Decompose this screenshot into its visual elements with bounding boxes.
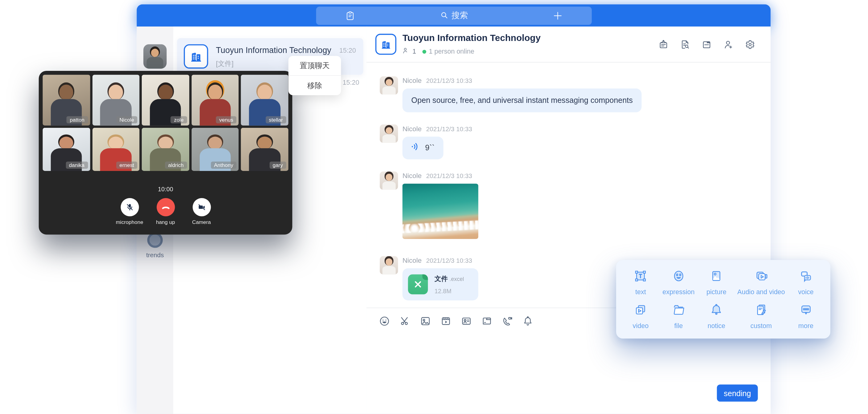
notice-bell-icon <box>709 302 724 319</box>
message-timestamp: 2021/12/3 10:33 <box>426 172 472 179</box>
participant-name: aldrich <box>165 161 187 168</box>
sender-name: Nicole <box>403 257 422 264</box>
mic-label: microphone <box>113 219 146 225</box>
online-dot <box>422 50 426 54</box>
announcement-board-icon[interactable] <box>658 39 669 52</box>
send-button[interactable]: sending <box>717 384 758 402</box>
sender-avatar[interactable] <box>380 171 398 189</box>
participant-name: Anthony <box>211 161 237 168</box>
text-bubble[interactable]: Open source, free, and universal instant… <box>403 88 642 112</box>
menu-item-pin-chat[interactable]: 置顶聊天 <box>288 56 341 75</box>
video-call-icon[interactable] <box>501 315 513 329</box>
panel-item-text[interactable]: text <box>623 265 658 299</box>
call-timer: 10:00 <box>39 186 292 193</box>
call-participant-tile: Anthony <box>191 128 239 171</box>
contact-card-icon[interactable] <box>461 315 472 329</box>
company-building-icon <box>184 44 208 69</box>
panel-item-file[interactable]: file <box>658 299 699 333</box>
panel-item-label: voice <box>798 288 813 296</box>
voice-wave-icon <box>410 142 420 154</box>
hang-up-label: hang up <box>149 219 182 225</box>
trends-label: trends <box>137 252 174 258</box>
add-member-icon[interactable] <box>723 39 733 52</box>
contact-clipboard-icon[interactable] <box>345 10 355 23</box>
folder-icon[interactable] <box>481 315 493 329</box>
call-participant-tile: ernest <box>92 128 140 171</box>
emoji-icon[interactable] <box>378 315 390 329</box>
call-participant-tile: stellar <box>241 74 288 125</box>
online-status: 1 person online <box>429 47 474 55</box>
voice-duration: 9`` <box>425 142 435 153</box>
top-bar: 搜索 <box>137 4 771 27</box>
custom-icon <box>754 302 769 319</box>
call-controls: microphone hang up Camera <box>39 198 292 225</box>
call-participant-tile: patton <box>42 74 90 125</box>
call-participant-tile: Nicole <box>92 74 140 125</box>
panel-item-label: notice <box>708 322 725 329</box>
menu-item-remove[interactable]: 移除 <box>288 75 341 95</box>
sender-avatar[interactable] <box>380 124 398 142</box>
chat-header: Tuoyun Information Technology 1 1 person… <box>367 27 771 63</box>
participant-name: Nicole <box>116 116 137 123</box>
message-type-panel: text expression picture Audio and video … <box>616 260 830 339</box>
settings-icon[interactable] <box>745 39 755 52</box>
user-avatar[interactable] <box>143 44 166 69</box>
picture-icon <box>709 269 724 286</box>
panel-item-more[interactable]: more <box>788 299 824 333</box>
chat-header-actions <box>658 39 755 52</box>
image-attachment[interactable] <box>403 184 478 239</box>
search-bar[interactable]: 搜索 <box>316 7 591 25</box>
conversation-last-message: [文件] <box>216 59 233 69</box>
sender-avatar[interactable] <box>380 256 398 274</box>
panel-item-voice[interactable]: voice <box>788 265 824 299</box>
call-participant-tile: gary <box>241 128 288 171</box>
conversation-time: 15:20 <box>343 78 360 86</box>
mic-muted-button[interactable] <box>121 198 139 216</box>
hang-up-button[interactable] <box>156 198 175 216</box>
sender-name: Nicole <box>403 172 422 180</box>
participant-name: danika <box>66 161 88 168</box>
call-participant-tile: venus <box>191 74 239 125</box>
sidebar-item-trends[interactable]: trends <box>137 232 174 258</box>
message-text: Nicole 2021/12/3 10:33 Open source, free… <box>380 76 771 113</box>
panel-item-notice[interactable]: notice <box>699 299 734 333</box>
message-timestamp: 2021/12/3 10:33 <box>426 257 472 264</box>
search-placeholder: 搜索 <box>452 10 468 21</box>
participant-grid: patton Nicole zole venus stellar danika … <box>42 74 288 171</box>
text-icon <box>633 269 648 286</box>
camera-muted-button[interactable] <box>192 198 211 216</box>
video-clip-icon[interactable] <box>440 315 452 329</box>
voice-bubble[interactable]: 9`` <box>403 136 443 159</box>
more-icon <box>799 302 813 319</box>
file-bubble[interactable]: 文件.excel 12.8M <box>403 268 478 300</box>
sender-avatar[interactable] <box>380 76 398 95</box>
chat-title: Tuoyun Information Technology <box>403 33 541 43</box>
document-search-icon[interactable] <box>680 39 690 52</box>
panel-item-audio-video[interactable]: Audio and video <box>734 265 788 299</box>
message-timestamp: 2021/12/3 10:33 <box>426 77 472 84</box>
bell-icon[interactable] <box>522 315 534 329</box>
file-icon[interactable] <box>701 39 712 52</box>
panel-item-label: more <box>798 322 813 329</box>
voice-icon <box>799 269 813 286</box>
panel-item-label: Audio and video <box>737 288 785 296</box>
call-participant-tile: danika <box>42 128 90 171</box>
panel-item-custom[interactable]: custom <box>734 299 788 333</box>
participant-name: patton <box>67 116 88 123</box>
camera-label: Camera <box>185 219 218 225</box>
participant-name: gary <box>270 161 286 168</box>
panel-item-video[interactable]: video <box>623 299 658 333</box>
message-voice: Nicole 2021/12/3 10:33 9`` <box>380 124 771 159</box>
company-building-icon <box>375 34 396 55</box>
chat-panel: Tuoyun Information Technology 1 1 person… <box>367 27 771 414</box>
image-icon[interactable] <box>420 315 431 329</box>
participant-name: stellar <box>266 116 286 123</box>
conversation-title: Tuoyun Information Technology <box>216 45 331 55</box>
search-field[interactable]: 搜索 <box>440 10 468 21</box>
panel-item-picture[interactable]: picture <box>699 265 734 299</box>
video-call-window[interactable]: patton Nicole zole venus stellar danika … <box>39 71 292 235</box>
panel-item-expression[interactable]: expression <box>658 265 699 299</box>
plus-icon[interactable] <box>552 10 563 23</box>
panel-item-label: file <box>675 322 683 329</box>
scissors-icon[interactable] <box>399 315 411 329</box>
